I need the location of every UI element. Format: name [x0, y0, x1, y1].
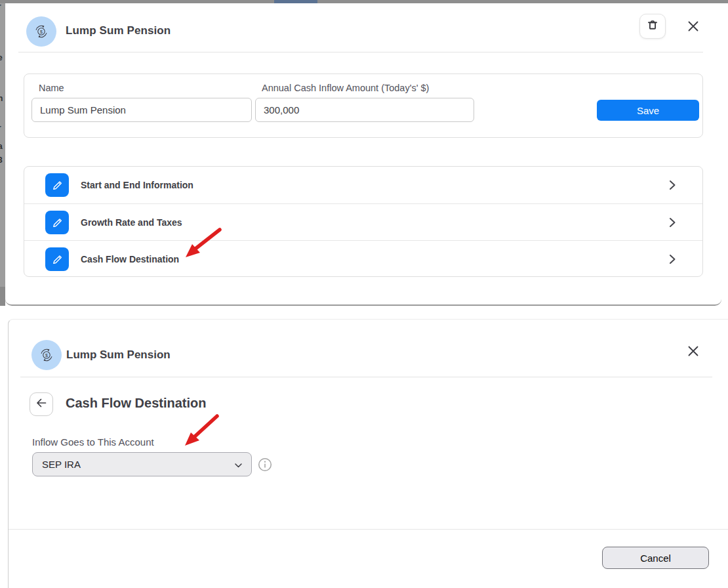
section-list: Start and End Information Growth Rate an… — [24, 166, 703, 277]
close-icon[interactable] — [687, 20, 700, 33]
cancel-button[interactable]: Cancel — [602, 547, 709, 569]
clipped-text: n — [0, 94, 5, 103]
section-row-label: Start and End Information — [81, 180, 193, 190]
red-annotation-arrow — [181, 226, 223, 259]
section-row-label: Cash Flow Destination — [81, 254, 179, 264]
delete-button[interactable] — [639, 14, 666, 39]
background-sliver-shade — [0, 287, 5, 306]
header-divider — [18, 52, 703, 52]
clipped-text: 3 — [0, 156, 5, 165]
section-row-label: Growth Rate and Taxes — [81, 217, 182, 228]
trash-icon — [646, 18, 659, 34]
save-button[interactable]: Save — [597, 100, 699, 121]
header-divider — [20, 377, 712, 377]
inflow-account-select[interactable]: SEP IRA — [32, 452, 252, 476]
svg-text:$: $ — [45, 353, 48, 358]
info-icon[interactable] — [258, 457, 272, 472]
clipped-text: r — [0, 123, 5, 133]
background-left-sliver: r e n r a 3 — [0, 3, 5, 306]
edit-pencil-icon — [45, 173, 69, 197]
cash-flow-destination-modal: $ Lump Sum Pension Cash Flow Destination… — [8, 319, 728, 588]
inflow-account-label: Inflow Goes to This Account — [32, 436, 154, 448]
clipped-text: e — [0, 53, 5, 62]
arrow-left-icon — [35, 396, 48, 412]
page-title: Cash Flow Destination — [66, 396, 206, 411]
section-row-growth-rate-taxes[interactable]: Growth Rate and Taxes — [24, 203, 702, 240]
screen: r e n r a 3 $ Lump Sum Pension — [0, 0, 728, 588]
edit-pencil-icon — [45, 247, 69, 271]
red-annotation-arrow — [181, 412, 220, 448]
annual-cash-inflow-label: Annual Cash Inflow Amount (Today's' $) — [262, 83, 429, 93]
edit-pencil-icon — [45, 211, 69, 234]
name-input[interactable] — [31, 98, 252, 122]
back-button[interactable] — [30, 392, 53, 416]
svg-text:$: $ — [40, 30, 43, 35]
chevron-right-icon — [666, 253, 679, 266]
modal-title: Lump Sum Pension — [66, 24, 171, 37]
pension-form-card: Name Annual Cash Inflow Amount (Today's'… — [24, 74, 703, 138]
modal-title: Lump Sum Pension — [66, 348, 171, 362]
chevron-right-icon — [666, 216, 679, 229]
section-row-cash-flow-destination[interactable]: Cash Flow Destination — [24, 240, 702, 277]
lump-sum-pension-modal: $ Lump Sum Pension — [5, 3, 721, 306]
clipped-text: a — [0, 142, 5, 151]
cash-flow-icon: $ — [26, 16, 56, 47]
close-icon[interactable] — [687, 345, 700, 358]
annual-cash-inflow-input[interactable] — [255, 98, 474, 122]
name-label: Name — [39, 83, 64, 93]
chevron-right-icon — [666, 178, 679, 192]
section-row-start-end-information[interactable]: Start and End Information — [24, 167, 702, 203]
selected-account-value: SEP IRA — [42, 459, 81, 470]
footer-divider — [9, 529, 728, 530]
clipped-text: r — [0, 3, 5, 11]
cash-flow-icon: $ — [31, 340, 62, 370]
chevron-down-icon — [235, 459, 242, 471]
